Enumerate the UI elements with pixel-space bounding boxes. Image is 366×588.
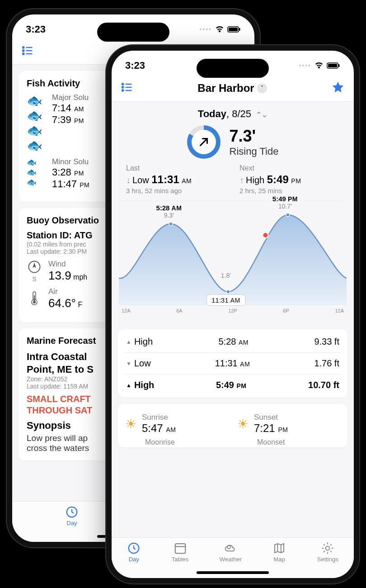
sunrise: ☀ Sunrise 5:47 AM bbox=[125, 413, 228, 435]
tab-day[interactable]: Day bbox=[65, 505, 79, 542]
major-label: Major Solu bbox=[52, 93, 89, 102]
cellular-icon: •••• bbox=[199, 26, 212, 33]
svg-point-5 bbox=[23, 50, 24, 52]
minor-label: Minor Solu bbox=[52, 157, 89, 166]
sunrise-label: Sunrise bbox=[142, 413, 176, 422]
notch bbox=[197, 59, 269, 78]
air-val: 64.6° bbox=[48, 296, 76, 310]
tide-chart-svg bbox=[119, 201, 347, 305]
axis-4: 12A bbox=[335, 308, 344, 313]
last-ampm: AM bbox=[182, 177, 192, 185]
clock-icon bbox=[65, 505, 79, 519]
tab-map[interactable]: Map bbox=[272, 541, 286, 578]
wind-unit: mph bbox=[73, 273, 87, 281]
major-t2-ampm: PM bbox=[74, 117, 84, 124]
row-type: Low bbox=[134, 358, 151, 369]
axis-2: 12P bbox=[228, 308, 237, 313]
minor-t1-ampm: PM bbox=[74, 170, 84, 177]
weather-icon bbox=[224, 541, 237, 555]
last-tide: Last ↓Low 11:31 AM 3 hrs, 52 mins ago bbox=[126, 164, 226, 194]
last-ago: 3 hrs, 52 mins ago bbox=[126, 187, 226, 194]
svg-point-26 bbox=[169, 222, 173, 226]
air-unit: F bbox=[78, 301, 82, 308]
tide-chart[interactable]: 5:28 AM 9.3' 1.8' 11:31 AM 5:49 PM 10.7'… bbox=[119, 201, 347, 323]
tab-settings-label: Settings bbox=[317, 556, 338, 563]
sunset: ☀ Sunset 7:21 PM bbox=[237, 413, 340, 435]
location-selector[interactable]: Bar Harbor ˅ bbox=[197, 82, 267, 95]
tab-day-label: Day bbox=[129, 556, 139, 563]
air-label: Air bbox=[48, 287, 82, 296]
row-time: 11:31 bbox=[215, 358, 238, 368]
next-ago: 2 hrs, 25 mins bbox=[239, 187, 339, 194]
last-label: Last bbox=[126, 164, 226, 172]
triangle-up-icon: ▲ bbox=[126, 339, 131, 345]
svg-point-27 bbox=[226, 290, 230, 294]
row-time: 5:49 bbox=[216, 380, 234, 390]
clock-icon bbox=[127, 541, 141, 555]
fish-major-icon: 🐟🐟🐟🐟 bbox=[27, 93, 46, 153]
row-height: 10.70 ft bbox=[308, 380, 339, 390]
tab-tables[interactable]: Tables bbox=[172, 541, 189, 578]
minor-t1: 3:28 bbox=[52, 166, 71, 178]
phone-front: 3:23 •••• Bar Harbor ˅ Today, 8/25 ⌃⌄ bbox=[106, 45, 359, 583]
tab-map-label: Map bbox=[274, 556, 285, 563]
major-t2: 7:39 bbox=[52, 114, 71, 125]
battery-icon bbox=[227, 24, 241, 35]
wifi-icon bbox=[314, 60, 324, 71]
arrow-down-icon: ↓ bbox=[126, 175, 131, 185]
date-selector[interactable]: Today, 8/25 ⌃⌄ bbox=[118, 102, 347, 123]
row-type: High bbox=[134, 337, 153, 347]
svg-point-3 bbox=[23, 47, 24, 48]
chart-low-pill: 11:31 AM bbox=[206, 294, 245, 306]
status-time: 3:23 bbox=[125, 60, 145, 71]
row-height: 9.33 ft bbox=[314, 337, 339, 347]
svg-rect-1 bbox=[229, 28, 238, 31]
date-stepper-icon: ⌃⌄ bbox=[256, 111, 267, 119]
notch bbox=[97, 23, 169, 42]
home-indicator[interactable] bbox=[197, 571, 269, 574]
list-icon[interactable] bbox=[21, 44, 34, 59]
chart-x-axis: 12A 6A 12P 6P 12A bbox=[119, 307, 347, 314]
tab-settings[interactable]: Settings bbox=[317, 541, 338, 578]
row-ampm: PM bbox=[236, 382, 246, 389]
row-ampm: AM bbox=[240, 360, 250, 368]
chart-peak1-label: 5:28 AM 9.3' bbox=[156, 204, 182, 219]
tab-day-label: Day bbox=[67, 520, 77, 526]
chart-peak2-label: 5:49 PM 10.7' bbox=[272, 195, 298, 210]
thermometer-icon bbox=[27, 291, 42, 307]
table-row[interactable]: ▲High 5:49 PM 10.70 ft bbox=[124, 375, 341, 396]
date-rest: , 8/25 bbox=[226, 108, 251, 119]
sunrise-time: 5:47 bbox=[142, 422, 163, 434]
svg-point-29 bbox=[263, 232, 268, 238]
chart-low-label: 1.8' bbox=[221, 272, 231, 279]
battery-icon bbox=[327, 60, 340, 71]
location-title-text: Bar Harbor bbox=[197, 82, 254, 95]
date-today: Today bbox=[198, 108, 226, 119]
last-next-row: Last ↓Low 11:31 AM 3 hrs, 52 mins ago Ne… bbox=[118, 164, 347, 201]
moonset-label: Moonset bbox=[237, 438, 340, 446]
minor-t2-ampm: PM bbox=[80, 181, 89, 189]
tab-day[interactable]: Day bbox=[127, 541, 141, 578]
svg-rect-19 bbox=[338, 64, 340, 67]
table-row[interactable]: ▲High 5:28 AM 9.33 ft bbox=[124, 331, 341, 353]
fish-minor-icon: 🐟🐟🐟 bbox=[27, 157, 46, 187]
svg-point-24 bbox=[122, 90, 124, 91]
tide-height: 7.3' bbox=[230, 127, 279, 146]
moonrise-label: Moonrise bbox=[125, 438, 228, 446]
gear-icon bbox=[321, 541, 334, 555]
svg-rect-18 bbox=[328, 64, 337, 67]
content-scroll[interactable]: Today, 8/25 ⌃⌄ 7.3' Rising Tide Last ↓Lo… bbox=[112, 102, 354, 538]
arrow-up-right-icon bbox=[192, 130, 216, 154]
next-label: Next bbox=[239, 164, 339, 172]
table-row[interactable]: ▼Low 11:31 AM 1.76 ft bbox=[124, 353, 341, 375]
favorite-star-icon[interactable] bbox=[331, 81, 345, 96]
svg-point-20 bbox=[122, 83, 124, 85]
svg-point-34 bbox=[326, 546, 330, 550]
row-height: 1.76 ft bbox=[314, 358, 339, 369]
svg-point-28 bbox=[286, 213, 290, 217]
tab-tables-label: Tables bbox=[172, 556, 189, 563]
chevron-down-icon: ˅ bbox=[257, 83, 267, 93]
axis-3: 6P bbox=[283, 308, 289, 313]
list-icon[interactable] bbox=[121, 81, 133, 95]
next-ampm: PM bbox=[291, 177, 301, 185]
